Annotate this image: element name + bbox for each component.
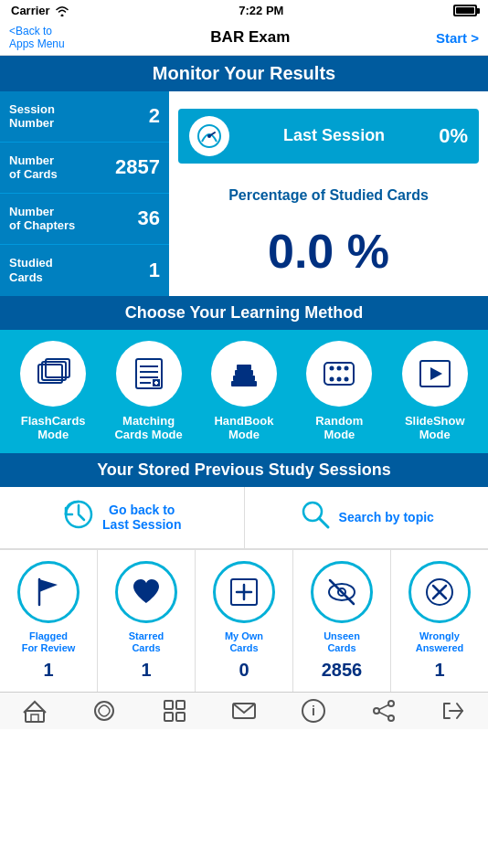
tab-brain[interactable] (69, 698, 139, 724)
stat-studied-cards: StudiedCards 1 (0, 245, 169, 296)
status-bar: Carrier 7:22 PM (0, 0, 488, 21)
svg-rect-14 (231, 381, 257, 386)
status-carrier: Carrier (11, 4, 69, 17)
card-wrongly[interactable]: WronglyAnswered 1 (391, 550, 488, 692)
tab-mail[interactable] (209, 698, 279, 724)
search-topic-button[interactable]: Search by topic (245, 487, 489, 548)
search-icon (299, 498, 332, 537)
search-label: Search by topic (339, 510, 434, 525)
svg-rect-43 (164, 701, 173, 709)
svg-point-21 (345, 365, 349, 370)
stats-container: SessionNumber 2 Numberof Cards 2857 Numb… (0, 91, 488, 296)
svg-text:i: i (312, 704, 315, 718)
svg-rect-41 (31, 715, 38, 722)
heart-icon (115, 561, 177, 623)
wrongly-label: WronglyAnswered (416, 630, 464, 654)
svg-point-52 (388, 715, 394, 721)
svg-point-2 (207, 134, 211, 138)
start-button[interactable]: Start > (436, 30, 479, 46)
status-time: 7:22 PM (239, 4, 283, 17)
flashcards-icon (20, 341, 86, 407)
learning-item-random[interactable]: RandomMode (297, 341, 381, 442)
learning-grid: FlashCardsMode MatchingCards Mode (0, 330, 488, 453)
svg-point-20 (337, 365, 342, 370)
svg-rect-46 (176, 713, 185, 721)
card-starred[interactable]: StarredCards 1 (98, 550, 196, 692)
svg-line-53 (379, 705, 388, 710)
nav-bar: <Back to Apps Menu BAR Exam Start > (0, 21, 488, 56)
stats-left: SessionNumber 2 Numberof Cards 2857 Numb… (0, 91, 169, 296)
monitor-header: Monitor Your Results (0, 56, 488, 91)
unseen-icon (311, 561, 373, 623)
wrongly-count: 1 (434, 660, 444, 681)
random-icon (306, 341, 372, 407)
learning-item-slideshow[interactable]: SlideShowMode (393, 341, 477, 442)
wrong-icon (408, 561, 471, 623)
own-count: 0 (239, 660, 249, 681)
tab-exit[interactable] (419, 698, 488, 724)
stats-right: Last Session 0% Percentage of Studied Ca… (169, 91, 488, 296)
stat-number-chapters: Numberof Chapters 36 (0, 194, 169, 245)
learning-item-handbook[interactable]: HandBookMode (202, 341, 286, 442)
go-back-label: Go back to Last Session (102, 503, 181, 534)
random-label: RandomMode (315, 414, 363, 442)
svg-point-22 (330, 376, 334, 381)
last-session-bar: Last Session 0% (178, 109, 479, 164)
tab-home[interactable] (0, 698, 69, 724)
svg-rect-44 (176, 701, 185, 709)
svg-marker-26 (430, 367, 442, 380)
svg-line-29 (319, 518, 328, 527)
battery-icon (453, 5, 477, 16)
go-back-session-button[interactable]: Go back to Last Session (0, 487, 245, 548)
add-icon (213, 561, 275, 623)
svg-point-24 (345, 376, 349, 381)
slideshow-label: SlideShowMode (405, 414, 465, 442)
learning-item-matching[interactable]: MatchingCards Mode (107, 341, 191, 442)
flashcards-label: FlashCardsMode (21, 414, 86, 442)
tab-share[interactable] (348, 698, 418, 724)
unseen-label: UnseenCards (324, 630, 360, 654)
speedometer-icon (189, 116, 229, 156)
learning-item-flashcards[interactable]: FlashCardsMode (11, 341, 95, 442)
learning-header: Choose Your Learning Method (0, 296, 488, 330)
svg-rect-15 (233, 376, 255, 381)
card-flagged[interactable]: FlaggedFor Review 1 (0, 550, 98, 692)
tab-grid[interactable] (140, 698, 209, 724)
flagged-count: 1 (43, 660, 53, 681)
tab-info[interactable]: i (279, 698, 348, 724)
history-icon (62, 498, 95, 537)
matching-label: MatchingCards Mode (114, 414, 182, 442)
svg-point-23 (337, 376, 342, 381)
svg-point-50 (388, 701, 394, 706)
pct-label: Percentage of Studied Cards (228, 187, 429, 204)
unseen-count: 2856 (322, 660, 363, 681)
slideshow-icon (402, 341, 468, 407)
nav-title: BAR Exam (210, 28, 290, 47)
svg-rect-45 (164, 713, 173, 721)
stat-number-cards: Numberof Cards 2857 (0, 143, 169, 194)
svg-rect-40 (26, 711, 44, 722)
handbook-label: HandBookMode (214, 414, 273, 442)
svg-rect-16 (235, 370, 253, 376)
back-button[interactable]: <Back to Apps Menu (9, 25, 65, 51)
tab-bar: i (0, 692, 488, 729)
flag-icon (17, 561, 80, 623)
session-actions: Go back to Last Session Search by topic (0, 487, 488, 549)
flagged-label: FlaggedFor Review (22, 630, 76, 654)
svg-line-54 (379, 713, 388, 717)
wifi-icon (55, 5, 69, 16)
svg-point-42 (95, 702, 113, 720)
card-own[interactable]: My OwnCards 0 (196, 550, 293, 692)
handbook-icon (211, 341, 277, 407)
starred-count: 1 (141, 660, 151, 681)
matching-icon (116, 341, 182, 407)
svg-point-51 (374, 708, 379, 714)
starred-label: StarredCards (129, 630, 164, 654)
pct-value: 0.0 % (268, 224, 389, 279)
cards-grid: FlaggedFor Review 1 StarredCards 1 My Ow… (0, 549, 488, 692)
status-battery (453, 5, 477, 16)
svg-point-19 (330, 365, 334, 370)
svg-rect-17 (237, 365, 251, 370)
card-unseen[interactable]: UnseenCards 2856 (293, 550, 391, 692)
stored-header: Your Stored Previous Study Sessions (0, 453, 488, 487)
